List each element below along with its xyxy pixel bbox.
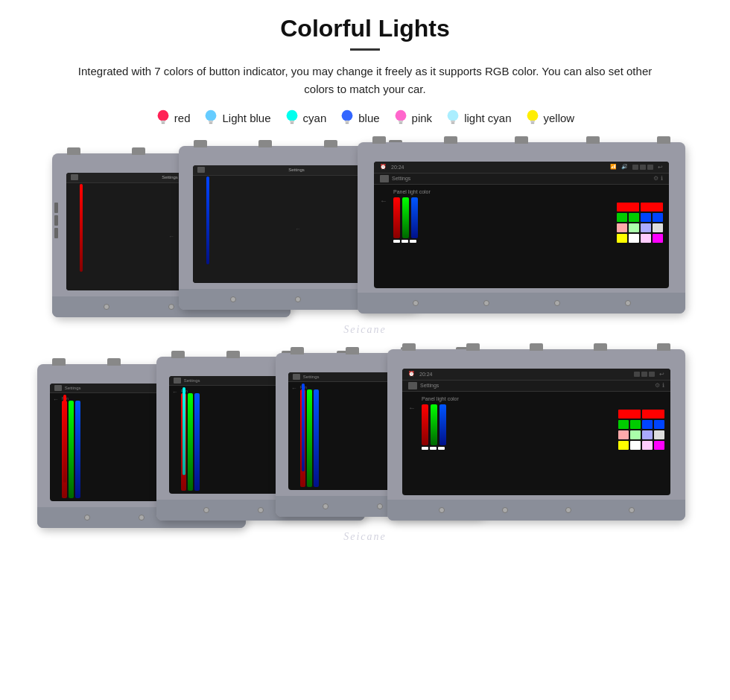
swatch-magenta [641, 234, 651, 243]
swatch-y-b4 [618, 441, 629, 450]
frame-tab [657, 136, 670, 144]
bulb-icon-cyan [285, 109, 299, 127]
frame-dot [104, 304, 110, 310]
slider-b4 [438, 447, 445, 450]
info-icon-b4: ℹ [662, 382, 664, 389]
swatch-b2-b4 [654, 420, 664, 429]
frame-tab [466, 343, 480, 351]
swatch-purple [653, 234, 663, 243]
swatch-b-b4 [642, 420, 653, 429]
status-b4 [649, 372, 655, 377]
frame-tab [402, 343, 416, 351]
swatch-lv-b4 [642, 430, 653, 439]
svg-point-6 [286, 110, 297, 121]
page-title: Colorful Lights [280, 15, 450, 42]
status-b4 [634, 372, 640, 377]
swatch-pink [617, 223, 627, 232]
swatch-g2-b4 [630, 420, 641, 429]
back-b3: ← [291, 385, 297, 487]
frame-tab [657, 343, 670, 351]
bulb-icon-blue [340, 109, 355, 127]
frame-tab [258, 140, 272, 147]
back-arrow-2: ← [295, 226, 301, 232]
bulb-icon-lightcyan [445, 109, 460, 127]
back-icon-b4: ↩ [659, 371, 664, 378]
swatch-periwinkle [641, 223, 651, 232]
color-label-lightblue: Light blue [222, 112, 270, 124]
frame-dot [168, 304, 174, 310]
clock-icon-b4: ⏰ [408, 371, 415, 377]
back-b1: ← [53, 396, 59, 498]
gear-icon-b4: ⚙ [655, 382, 660, 389]
bar-b-b1 [75, 401, 80, 498]
svg-point-3 [206, 110, 217, 121]
back-icon-top: ↩ [658, 164, 663, 171]
svg-point-12 [395, 110, 406, 121]
home-icon [71, 174, 78, 180]
frame-tab [132, 147, 145, 155]
color-label-pink: pink [412, 112, 433, 124]
bar-blue-b4 [439, 404, 446, 445]
side-btn [54, 215, 58, 226]
svg-rect-20 [530, 122, 534, 124]
svg-rect-13 [399, 121, 403, 123]
car-unit-bot-4: ⏰ 20:24 ↩ Settings [387, 349, 685, 521]
frame-tab [52, 358, 66, 366]
color-label-lightcyan: light cyan [464, 112, 511, 124]
color-label-red: red [174, 112, 191, 124]
svg-rect-19 [530, 121, 535, 123]
swatch-m-b4 [642, 441, 653, 450]
frame-dot [203, 507, 209, 513]
swatch-lightgreen [629, 223, 639, 232]
svg-point-15 [448, 110, 459, 121]
bar-green-b4 [431, 404, 437, 445]
home-icon-b1 [54, 385, 62, 391]
settings-label-b4: Settings [420, 383, 655, 388]
time-b4: 20:24 [419, 372, 433, 377]
color-row: red Light blue cyan [156, 109, 574, 127]
frame-dot [625, 300, 631, 306]
svg-rect-1 [161, 121, 165, 123]
svg-rect-11 [346, 122, 349, 124]
bar-g-b1 [69, 401, 74, 498]
color-item-lightcyan: light cyan [445, 109, 511, 127]
page-container: Colorful Lights Integrated with 7 colors… [0, 0, 730, 700]
bar-b-b3 [314, 389, 319, 487]
slider-b4 [430, 447, 437, 450]
svg-rect-5 [209, 122, 213, 124]
swatch-p-b4 [618, 430, 629, 439]
frame-dot [230, 296, 236, 302]
color-label-cyan: cyan [303, 112, 327, 124]
side-btn [54, 228, 58, 238]
status-icon [632, 165, 638, 170]
frame-tab [586, 136, 600, 144]
frame-tab [171, 351, 185, 358]
color-item-pink: pink [393, 109, 433, 127]
side-btn [54, 203, 58, 213]
panel-title: Panel light color [393, 189, 611, 194]
frame-dot [139, 515, 145, 521]
back-arrow: ← [168, 233, 174, 240]
svg-rect-17 [451, 122, 455, 124]
gear-icon: ⚙ [653, 175, 658, 182]
bar-g-b3 [307, 389, 312, 487]
swatch-blue [641, 213, 651, 222]
frame-tab [515, 136, 528, 144]
home-icon-2 [197, 167, 205, 173]
svg-rect-4 [209, 121, 214, 123]
swatch-pu-b4 [654, 441, 664, 450]
color-label-yellow: yellow [544, 112, 575, 124]
slider-white-2 [402, 240, 408, 243]
side-indicator-red [80, 184, 83, 272]
frame-dot [258, 507, 264, 513]
signal-icon: 📶 [610, 164, 617, 170]
slider-white-3 [410, 240, 416, 243]
info-icon: ℹ [661, 175, 663, 182]
frame-tab [291, 347, 304, 354]
panel-title-b4: Panel light color [422, 396, 612, 401]
frame-dot [502, 507, 508, 513]
frame-dot [413, 300, 419, 306]
svg-point-0 [157, 110, 168, 121]
frame-tab [530, 343, 543, 351]
swatch-g-b4 [618, 420, 629, 429]
